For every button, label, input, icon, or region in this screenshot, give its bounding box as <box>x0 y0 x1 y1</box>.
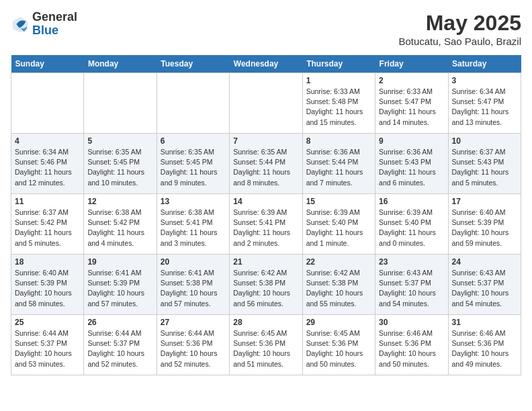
day-number: 7 <box>233 136 298 146</box>
calendar-cell: 16Sunrise: 6:39 AM Sunset: 5:40 PM Dayli… <box>375 194 448 255</box>
day-number: 12 <box>87 197 152 206</box>
day-info: Sunrise: 6:45 AM Sunset: 5:36 PM Dayligh… <box>233 328 298 369</box>
logo-blue-text: Blue <box>32 24 58 37</box>
day-number: 1 <box>306 76 371 85</box>
calendar-cell: 11Sunrise: 6:37 AM Sunset: 5:42 PM Dayli… <box>11 194 84 255</box>
day-number: 8 <box>306 136 371 146</box>
day-info: Sunrise: 6:37 AM Sunset: 5:43 PM Dayligh… <box>452 147 517 188</box>
day-number: 31 <box>452 318 517 327</box>
calendar-cell <box>157 73 229 134</box>
day-number: 22 <box>306 257 371 267</box>
day-info: Sunrise: 6:41 AM Sunset: 5:38 PM Dayligh… <box>161 268 226 309</box>
day-number: 21 <box>233 257 298 267</box>
title-block: May 2025 Botucatu, Sao Paulo, Brazil <box>398 11 521 47</box>
day-info: Sunrise: 6:46 AM Sunset: 5:36 PM Dayligh… <box>379 328 444 369</box>
calendar-cell <box>84 73 157 134</box>
header-row: SundayMondayTuesdayWednesdayThursdayFrid… <box>11 55 521 73</box>
day-info: Sunrise: 6:34 AM Sunset: 5:46 PM Dayligh… <box>15 147 80 188</box>
calendar-cell: 9Sunrise: 6:36 AM Sunset: 5:43 PM Daylig… <box>375 134 448 194</box>
day-number: 2 <box>379 76 444 85</box>
location-subtitle: Botucatu, Sao Paulo, Brazil <box>398 36 521 47</box>
calendar-cell: 14Sunrise: 6:39 AM Sunset: 5:41 PM Dayli… <box>230 194 302 255</box>
day-info: Sunrise: 6:39 AM Sunset: 5:41 PM Dayligh… <box>233 208 298 248</box>
day-info: Sunrise: 6:38 AM Sunset: 5:41 PM Dayligh… <box>161 208 226 248</box>
day-number: 23 <box>379 257 444 267</box>
calendar-cell <box>11 73 84 134</box>
calendar-table: SundayMondayTuesdayWednesdayThursdayFrid… <box>11 55 521 375</box>
day-info: Sunrise: 6:35 AM Sunset: 5:45 PM Dayligh… <box>87 147 152 188</box>
day-number: 25 <box>15 318 80 327</box>
day-number: 26 <box>87 318 152 327</box>
day-info: Sunrise: 6:37 AM Sunset: 5:42 PM Dayligh… <box>15 208 80 248</box>
month-year-title: May 2025 <box>398 11 521 36</box>
logo: General Blue <box>11 11 77 38</box>
day-number: 10 <box>452 136 517 146</box>
calendar-cell: 18Sunrise: 6:40 AM Sunset: 5:39 PM Dayli… <box>11 255 84 315</box>
day-number: 20 <box>161 257 226 267</box>
day-info: Sunrise: 6:40 AM Sunset: 5:39 PM Dayligh… <box>15 268 80 309</box>
day-info: Sunrise: 6:36 AM Sunset: 5:43 PM Dayligh… <box>379 147 444 188</box>
day-header-wednesday: Wednesday <box>230 55 302 73</box>
calendar-cell: 21Sunrise: 6:42 AM Sunset: 5:38 PM Dayli… <box>230 255 302 315</box>
day-info: Sunrise: 6:40 AM Sunset: 5:39 PM Dayligh… <box>452 208 517 248</box>
calendar-cell: 20Sunrise: 6:41 AM Sunset: 5:38 PM Dayli… <box>157 255 229 315</box>
day-info: Sunrise: 6:39 AM Sunset: 5:40 PM Dayligh… <box>379 208 444 248</box>
day-number: 4 <box>15 136 80 146</box>
day-number: 28 <box>233 318 298 327</box>
calendar-cell: 27Sunrise: 6:44 AM Sunset: 5:36 PM Dayli… <box>157 315 229 375</box>
day-info: Sunrise: 6:45 AM Sunset: 5:36 PM Dayligh… <box>306 328 371 369</box>
calendar-cell: 22Sunrise: 6:42 AM Sunset: 5:38 PM Dayli… <box>302 255 375 315</box>
calendar-cell: 28Sunrise: 6:45 AM Sunset: 5:36 PM Dayli… <box>230 315 302 375</box>
day-number: 5 <box>87 136 152 146</box>
day-number: 14 <box>233 197 298 206</box>
day-number: 24 <box>452 257 517 267</box>
day-number: 9 <box>379 136 444 146</box>
day-info: Sunrise: 6:44 AM Sunset: 5:37 PM Dayligh… <box>15 328 80 369</box>
calendar-cell: 3Sunrise: 6:34 AM Sunset: 5:47 PM Daylig… <box>448 73 521 134</box>
week-row-2: 4Sunrise: 6:34 AM Sunset: 5:46 PM Daylig… <box>11 134 521 194</box>
day-info: Sunrise: 6:43 AM Sunset: 5:37 PM Dayligh… <box>379 268 444 309</box>
day-header-tuesday: Tuesday <box>157 55 229 73</box>
logo-general-text: General <box>32 10 77 24</box>
day-info: Sunrise: 6:33 AM Sunset: 5:47 PM Dayligh… <box>379 87 444 128</box>
calendar-cell: 31Sunrise: 6:46 AM Sunset: 5:36 PM Dayli… <box>448 315 521 375</box>
day-number: 16 <box>379 197 444 206</box>
calendar-cell: 5Sunrise: 6:35 AM Sunset: 5:45 PM Daylig… <box>84 134 157 194</box>
page-header: General Blue May 2025 Botucatu, Sao Paul… <box>11 11 521 47</box>
day-info: Sunrise: 6:36 AM Sunset: 5:44 PM Dayligh… <box>306 147 371 188</box>
day-number: 19 <box>87 257 152 267</box>
calendar-cell: 19Sunrise: 6:41 AM Sunset: 5:39 PM Dayli… <box>84 255 157 315</box>
calendar-cell <box>230 73 302 134</box>
calendar-header: SundayMondayTuesdayWednesdayThursdayFrid… <box>11 55 521 73</box>
day-number: 3 <box>452 76 517 85</box>
calendar-cell: 4Sunrise: 6:34 AM Sunset: 5:46 PM Daylig… <box>11 134 84 194</box>
week-row-1: 1Sunrise: 6:33 AM Sunset: 5:48 PM Daylig… <box>11 73 521 134</box>
calendar-cell: 2Sunrise: 6:33 AM Sunset: 5:47 PM Daylig… <box>375 73 448 134</box>
day-info: Sunrise: 6:42 AM Sunset: 5:38 PM Dayligh… <box>233 268 298 309</box>
calendar-cell: 15Sunrise: 6:39 AM Sunset: 5:40 PM Dayli… <box>302 194 375 255</box>
day-number: 30 <box>379 318 444 327</box>
day-info: Sunrise: 6:39 AM Sunset: 5:40 PM Dayligh… <box>306 208 371 248</box>
calendar-cell: 29Sunrise: 6:45 AM Sunset: 5:36 PM Dayli… <box>302 315 375 375</box>
calendar-body: 1Sunrise: 6:33 AM Sunset: 5:48 PM Daylig… <box>11 73 521 375</box>
day-number: 13 <box>161 197 226 206</box>
day-info: Sunrise: 6:44 AM Sunset: 5:37 PM Dayligh… <box>87 328 152 369</box>
day-number: 11 <box>15 197 80 206</box>
day-number: 18 <box>15 257 80 267</box>
day-info: Sunrise: 6:35 AM Sunset: 5:44 PM Dayligh… <box>233 147 298 188</box>
calendar-cell: 12Sunrise: 6:38 AM Sunset: 5:42 PM Dayli… <box>84 194 157 255</box>
calendar-cell: 26Sunrise: 6:44 AM Sunset: 5:37 PM Dayli… <box>84 315 157 375</box>
day-number: 6 <box>161 136 226 146</box>
day-header-saturday: Saturday <box>448 55 521 73</box>
calendar-cell: 10Sunrise: 6:37 AM Sunset: 5:43 PM Dayli… <box>448 134 521 194</box>
day-info: Sunrise: 6:38 AM Sunset: 5:42 PM Dayligh… <box>87 208 152 248</box>
day-info: Sunrise: 6:33 AM Sunset: 5:48 PM Dayligh… <box>306 87 371 128</box>
day-number: 27 <box>161 318 226 327</box>
calendar-cell: 8Sunrise: 6:36 AM Sunset: 5:44 PM Daylig… <box>302 134 375 194</box>
day-info: Sunrise: 6:43 AM Sunset: 5:37 PM Dayligh… <box>452 268 517 309</box>
day-header-thursday: Thursday <box>302 55 375 73</box>
day-number: 15 <box>306 197 371 206</box>
day-info: Sunrise: 6:41 AM Sunset: 5:39 PM Dayligh… <box>87 268 152 309</box>
day-header-sunday: Sunday <box>11 55 84 73</box>
week-row-3: 11Sunrise: 6:37 AM Sunset: 5:42 PM Dayli… <box>11 194 521 255</box>
